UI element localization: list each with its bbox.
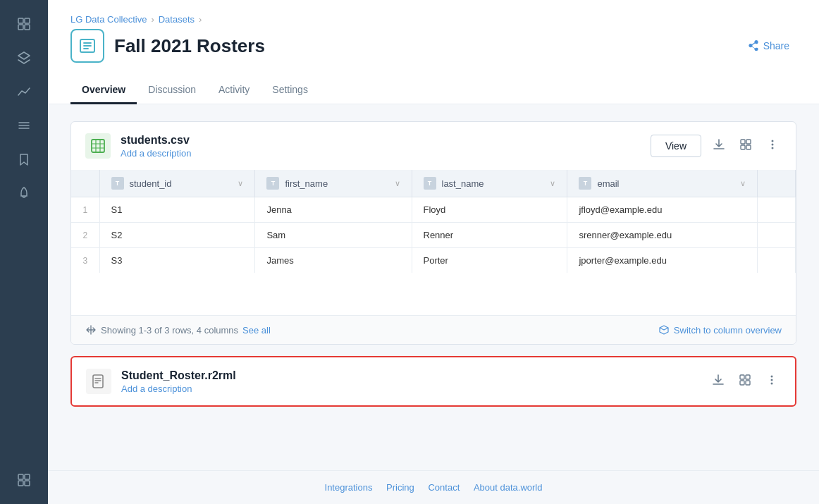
footer-link-integrations[interactable]: Integrations [325, 482, 373, 493]
svg-rect-20 [741, 145, 745, 149]
switch-icon [658, 324, 670, 336]
table-row: 1 S1 Jenna Floyd jfloyd@example.edu [71, 197, 796, 223]
r2rml-file-card: Student_Roster.r2rml Add a description [70, 356, 796, 407]
tab-discussion[interactable]: Discussion [137, 77, 207, 104]
col-chevron-email: ∨ [740, 179, 746, 188]
sidebar-item-layers[interactable] [8, 42, 39, 73]
row-num-1: 1 [71, 197, 99, 223]
csv-card-header: students.csv Add a description View [71, 122, 796, 170]
footer-link-about[interactable]: About data.world [474, 482, 543, 493]
footer-link-pricing[interactable]: Pricing [386, 482, 414, 493]
svg-rect-27 [740, 375, 744, 379]
svg-point-24 [772, 147, 774, 149]
cell-last-name-1: Floyd [412, 197, 567, 223]
switch-label: Switch to column overview [674, 325, 782, 336]
move-icon [85, 324, 97, 336]
share-button[interactable]: Share [741, 36, 796, 56]
svg-rect-25 [93, 375, 103, 388]
csv-file-desc[interactable]: Add a description [121, 148, 191, 159]
cell-student-id-1: S1 [99, 197, 255, 223]
svg-rect-10 [25, 481, 30, 486]
breadcrumb-section[interactable]: Datasets [159, 14, 195, 25]
sidebar-item-list[interactable] [8, 110, 39, 141]
svg-point-22 [772, 140, 774, 142]
cell-email-3: jporter@example.edu [567, 248, 758, 273]
col-chevron-student-id: ∨ [238, 179, 243, 188]
sidebar-item-dashboard[interactable] [8, 8, 39, 39]
col-type-icon-first-name: T [266, 177, 279, 190]
col-header-email[interactable]: T email ∨ [567, 170, 758, 197]
data-table: T student_id ∨ T first_name ∨ [71, 170, 796, 273]
table-row: 2 S2 Sam Renner srenner@example.edu [71, 223, 796, 248]
cell-first-name-2: Sam [255, 223, 412, 248]
tab-settings[interactable]: Settings [261, 77, 319, 104]
csv-file-info: students.csv Add a description [121, 134, 191, 159]
svg-point-32 [771, 379, 773, 381]
r2rml-grid-view-button[interactable] [736, 371, 754, 393]
cell-first-name-1: Jenna [255, 197, 412, 223]
main-content: LG Data Collective › Datasets › Fall 202… [48, 0, 819, 504]
title-row: Fall 2021 Rosters Share [70, 29, 796, 63]
col-header-last-name[interactable]: T last_name ∨ [412, 170, 567, 197]
col-type-icon-last-name: T [424, 177, 436, 190]
svg-point-33 [771, 382, 773, 384]
tab-overview[interactable]: Overview [70, 77, 137, 104]
csv-file-card: students.csv Add a description View [70, 121, 796, 345]
breadcrumb-org[interactable]: LG Data Collective [70, 14, 147, 25]
cell-student-id-3: S3 [99, 248, 255, 273]
svg-rect-9 [18, 481, 23, 486]
footer-stats: Showing 1-3 of 3 rows, 4 columns [101, 325, 238, 336]
svg-point-23 [772, 143, 774, 145]
breadcrumb-sep1: › [151, 14, 154, 25]
breadcrumb-sep2: › [199, 14, 202, 25]
col-header-first-name[interactable]: T first_name ∨ [255, 170, 412, 197]
download-button[interactable] [710, 135, 728, 157]
sidebar-item-chart[interactable] [8, 76, 39, 107]
share-label: Share [763, 40, 789, 51]
r2rml-file-desc[interactable]: Add a description [121, 383, 236, 394]
csv-icon [85, 133, 111, 159]
cell-first-name-3: James [255, 248, 412, 273]
svg-rect-21 [746, 145, 751, 149]
row-num-2: 2 [71, 223, 99, 248]
cell-student-id-2: S2 [99, 223, 255, 248]
col-name-first-name: first_name [285, 178, 388, 189]
col-name-student-id: student_id [130, 178, 233, 189]
sidebar-item-apps[interactable] [8, 465, 39, 496]
footer-link-contact[interactable]: Contact [428, 482, 460, 493]
csv-card-actions: View [651, 135, 782, 157]
view-button[interactable]: View [651, 135, 701, 157]
see-all-link[interactable]: See all [242, 325, 271, 336]
footer-left: Showing 1-3 of 3 rows, 4 columns See all [85, 324, 271, 336]
breadcrumb: LG Data Collective › Datasets › [70, 14, 796, 25]
switch-view-link[interactable]: Switch to column overview [658, 324, 782, 336]
cell-extra-2 [757, 223, 795, 248]
col-name-email: email [597, 178, 734, 189]
cell-extra-1 [757, 197, 795, 223]
svg-rect-29 [740, 381, 744, 385]
r2rml-card-header: Student_Roster.r2rml Add a description [72, 357, 795, 405]
sidebar-item-bookmark[interactable] [8, 144, 39, 175]
more-options-button[interactable] [763, 135, 782, 157]
cell-last-name-3: Porter [412, 248, 567, 273]
file-footer: Showing 1-3 of 3 rows, 4 columns See all… [71, 315, 796, 344]
svg-rect-1 [25, 18, 30, 23]
tab-activity[interactable]: Activity [207, 77, 261, 104]
grid-view-button[interactable] [737, 135, 755, 157]
r2rml-download-button[interactable] [709, 371, 727, 393]
r2rml-more-options-button[interactable] [763, 371, 781, 393]
svg-rect-7 [18, 474, 23, 479]
table-row: 3 S3 James Porter jporter@example.edu [71, 248, 796, 273]
sidebar-item-bell[interactable] [8, 178, 39, 209]
r2rml-filename: Student_Roster.r2rml [121, 369, 236, 382]
col-header-student-id[interactable]: T student_id ∨ [99, 170, 255, 197]
tabs: Overview Discussion Activity Settings [70, 77, 796, 104]
r2rml-icon [86, 369, 111, 394]
cell-last-name-2: Renner [412, 223, 567, 248]
empty-rows-area [71, 273, 796, 315]
title-left: Fall 2021 Rosters [70, 29, 265, 63]
col-chevron-last-name: ∨ [550, 179, 555, 188]
svg-rect-0 [18, 18, 23, 23]
svg-rect-18 [741, 140, 745, 144]
col-name-last-name: last_name [442, 178, 545, 189]
